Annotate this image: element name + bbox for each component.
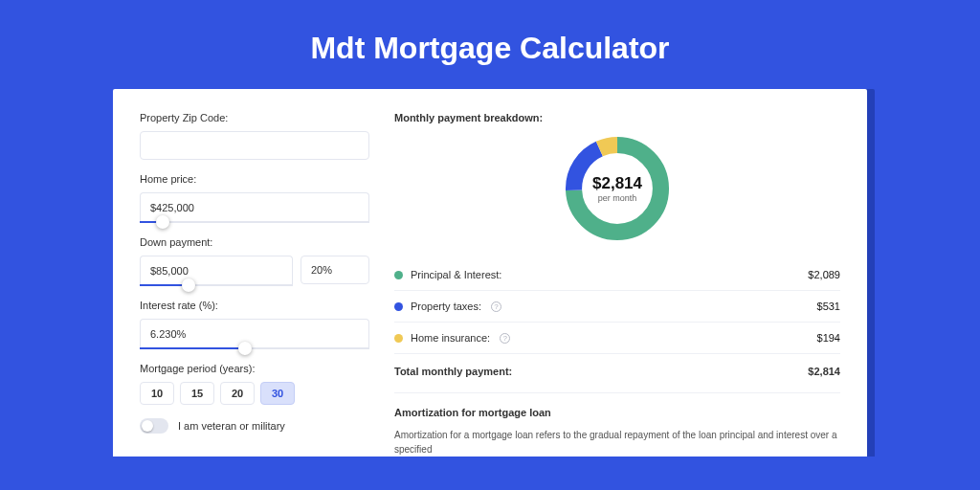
interest-rate-label: Interest rate (%): <box>140 300 369 311</box>
mortgage-period-label: Mortgage period (years): <box>140 363 369 374</box>
amortization-section: Amortization for mortgage loan Amortizat… <box>394 392 840 457</box>
legend-home-insurance: Home insurance: ? $194 <box>394 323 840 354</box>
bullet-icon <box>394 302 403 311</box>
home-price-slider[interactable] <box>140 221 369 223</box>
veteran-toggle[interactable] <box>140 418 168 434</box>
interest-rate-input[interactable] <box>140 319 369 347</box>
down-payment-slider[interactable] <box>140 284 293 286</box>
legend-total-row: Total monthly payment: $2,814 <box>394 354 840 390</box>
home-price-field: Home price: <box>140 173 369 223</box>
home-price-input[interactable] <box>140 192 369 221</box>
legend-value: $531 <box>817 301 840 312</box>
donut-center-sub: per month <box>598 193 637 203</box>
home-price-label: Home price: <box>140 173 369 185</box>
payment-donut-chart: $2,814 per month <box>560 131 675 246</box>
zip-field: Property Zip Code: <box>140 112 369 160</box>
amortization-title: Amortization for mortgage loan <box>394 407 840 418</box>
legend-label: Property taxes: <box>411 301 481 312</box>
legend-value: $2,089 <box>808 269 840 280</box>
legend-total-label: Total monthly payment: <box>394 366 512 377</box>
down-payment-percent-input[interactable] <box>301 256 369 284</box>
legend-property-taxes: Property taxes: ? $531 <box>394 291 840 323</box>
zip-label: Property Zip Code: <box>140 112 369 123</box>
breakdown-title: Monthly payment breakdown: <box>394 112 840 123</box>
mortgage-period-field: Mortgage period (years): 10 15 20 30 <box>140 363 369 405</box>
breakdown-panel: Monthly payment breakdown: $2,814 per mo… <box>369 112 840 457</box>
legend-label: Home insurance: <box>411 332 490 344</box>
down-payment-amount-input[interactable] <box>140 256 293 284</box>
home-price-slider-handle[interactable] <box>156 215 169 229</box>
bullet-icon <box>394 334 403 343</box>
mortgage-period-30[interactable]: 30 <box>260 382 295 405</box>
down-payment-label: Down payment: <box>140 236 369 248</box>
calculator-card: Property Zip Code: Home price: Down paym… <box>113 89 867 457</box>
mortgage-period-10[interactable]: 10 <box>140 382 174 405</box>
mortgage-period-20[interactable]: 20 <box>220 382 255 405</box>
interest-rate-slider[interactable] <box>140 347 369 349</box>
amortization-body: Amortization for a mortgage loan refers … <box>394 428 840 457</box>
legend-label: Principal & Interest: <box>411 269 501 280</box>
page-title: Mdt Mortgage Calculator <box>0 0 980 89</box>
donut-center-amount: $2,814 <box>592 174 642 193</box>
down-payment-field: Down payment: <box>140 236 369 286</box>
down-payment-slider-handle[interactable] <box>182 278 195 292</box>
interest-rate-slider-handle[interactable] <box>238 342 252 355</box>
mortgage-period-options: 10 15 20 30 <box>140 382 369 405</box>
mortgage-period-15[interactable]: 15 <box>180 382 214 405</box>
veteran-row: I am veteran or military <box>140 418 369 434</box>
bullet-icon <box>394 271 403 279</box>
legend-principal-interest: Principal & Interest: $2,089 <box>394 259 840 291</box>
zip-input[interactable] <box>140 131 369 160</box>
veteran-label: I am veteran or military <box>178 420 285 432</box>
inputs-panel: Property Zip Code: Home price: Down paym… <box>140 112 369 457</box>
info-icon[interactable]: ? <box>500 333 510 344</box>
interest-rate-field: Interest rate (%): <box>140 300 369 349</box>
legend-value: $194 <box>817 332 840 344</box>
legend-total-value: $2,814 <box>808 366 840 377</box>
info-icon[interactable]: ? <box>491 301 501 312</box>
